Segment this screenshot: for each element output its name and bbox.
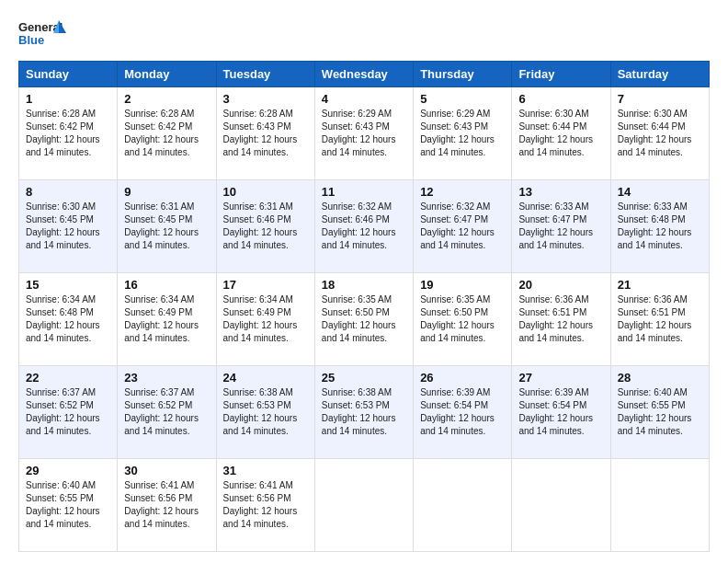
cell-info: Sunrise: 6:35 AMSunset: 6:50 PMDaylight:…	[322, 294, 396, 343]
cell-info: Sunrise: 6:30 AMSunset: 6:45 PMDaylight:…	[26, 201, 100, 250]
calendar-day-header: Thursday	[414, 62, 512, 87]
day-number: 20	[518, 278, 603, 292]
calendar-day-header: Saturday	[610, 62, 709, 87]
day-number: 21	[618, 278, 702, 292]
calendar-cell: 25 Sunrise: 6:38 AMSunset: 6:53 PMDaylig…	[314, 366, 413, 459]
day-number: 22	[26, 371, 110, 385]
calendar-cell: 12 Sunrise: 6:32 AMSunset: 6:47 PMDaylig…	[414, 180, 512, 273]
calendar-cell: 4 Sunrise: 6:29 AMSunset: 6:43 PMDayligh…	[314, 87, 413, 180]
day-number: 16	[124, 278, 209, 292]
day-number: 19	[420, 278, 505, 292]
calendar-cell: 6 Sunrise: 6:30 AMSunset: 6:44 PMDayligh…	[512, 87, 610, 180]
day-number: 12	[420, 185, 505, 199]
calendar-cell: 29 Sunrise: 6:40 AMSunset: 6:55 PMDaylig…	[19, 459, 118, 552]
calendar-cell: 5 Sunrise: 6:29 AMSunset: 6:43 PMDayligh…	[414, 87, 512, 180]
calendar-body: 1 Sunrise: 6:28 AMSunset: 6:42 PMDayligh…	[19, 87, 710, 552]
cell-info: Sunrise: 6:36 AMSunset: 6:51 PMDaylight:…	[518, 294, 593, 343]
calendar-cell	[512, 459, 610, 552]
day-number: 4	[322, 92, 406, 106]
day-number: 15	[26, 278, 110, 292]
cell-info: Sunrise: 6:38 AMSunset: 6:53 PMDaylight:…	[322, 387, 396, 436]
calendar-day-header: Sunday	[19, 62, 118, 87]
calendar-cell: 16 Sunrise: 6:34 AMSunset: 6:49 PMDaylig…	[118, 273, 216, 366]
calendar-cell: 8 Sunrise: 6:30 AMSunset: 6:45 PMDayligh…	[19, 180, 118, 273]
day-number: 14	[618, 185, 702, 199]
day-number: 5	[420, 92, 505, 106]
calendar-week-row: 29 Sunrise: 6:40 AMSunset: 6:55 PMDaylig…	[19, 459, 710, 552]
day-number: 6	[518, 92, 603, 106]
cell-info: Sunrise: 6:30 AMSunset: 6:44 PMDaylight:…	[618, 109, 692, 157]
cell-info: Sunrise: 6:29 AMSunset: 6:43 PMDaylight:…	[420, 109, 495, 157]
cell-info: Sunrise: 6:32 AMSunset: 6:46 PMDaylight:…	[322, 201, 396, 250]
cell-info: Sunrise: 6:28 AMSunset: 6:43 PMDaylight:…	[223, 109, 298, 157]
day-number: 30	[124, 464, 209, 477]
cell-info: Sunrise: 6:40 AMSunset: 6:55 PMDaylight:…	[618, 387, 692, 436]
calendar-day-header: Tuesday	[216, 62, 314, 87]
day-number: 9	[124, 185, 209, 199]
day-number: 27	[518, 371, 603, 385]
cell-info: Sunrise: 6:35 AMSunset: 6:50 PMDaylight:…	[420, 294, 495, 343]
calendar-day-header: Friday	[512, 62, 610, 87]
cell-info: Sunrise: 6:37 AMSunset: 6:52 PMDaylight:…	[26, 387, 100, 436]
day-number: 2	[124, 92, 209, 106]
day-number: 24	[223, 371, 308, 385]
day-number: 26	[420, 371, 505, 385]
calendar-cell: 14 Sunrise: 6:33 AMSunset: 6:48 PMDaylig…	[610, 180, 709, 273]
calendar-day-header: Wednesday	[314, 62, 413, 87]
day-number: 23	[124, 371, 209, 385]
calendar-cell	[314, 459, 413, 552]
cell-info: Sunrise: 6:39 AMSunset: 6:54 PMDaylight:…	[420, 387, 495, 436]
day-number: 17	[223, 278, 308, 292]
day-number: 3	[223, 92, 308, 106]
day-number: 8	[26, 185, 110, 199]
calendar-cell: 7 Sunrise: 6:30 AMSunset: 6:44 PMDayligh…	[610, 87, 709, 180]
calendar-cell: 13 Sunrise: 6:33 AMSunset: 6:47 PMDaylig…	[512, 180, 610, 273]
cell-info: Sunrise: 6:31 AMSunset: 6:45 PMDaylight:…	[124, 201, 199, 250]
day-number: 29	[26, 464, 110, 477]
calendar-cell: 24 Sunrise: 6:38 AMSunset: 6:53 PMDaylig…	[216, 366, 314, 459]
calendar-header-row: SundayMondayTuesdayWednesdayThursdayFrid…	[19, 62, 710, 87]
cell-info: Sunrise: 6:33 AMSunset: 6:48 PMDaylight:…	[618, 201, 692, 250]
calendar-cell: 30 Sunrise: 6:41 AMSunset: 6:56 PMDaylig…	[118, 459, 216, 552]
cell-info: Sunrise: 6:37 AMSunset: 6:52 PMDaylight:…	[124, 387, 199, 436]
logo-icon: General Blue	[18, 17, 66, 52]
calendar-cell: 31 Sunrise: 6:41 AMSunset: 6:56 PMDaylig…	[216, 459, 314, 552]
calendar-cell: 19 Sunrise: 6:35 AMSunset: 6:50 PMDaylig…	[414, 273, 512, 366]
cell-info: Sunrise: 6:32 AMSunset: 6:47 PMDaylight:…	[420, 201, 495, 250]
cell-info: Sunrise: 6:40 AMSunset: 6:55 PMDaylight:…	[26, 480, 100, 529]
cell-info: Sunrise: 6:34 AMSunset: 6:49 PMDaylight:…	[223, 294, 298, 343]
cell-info: Sunrise: 6:29 AMSunset: 6:43 PMDaylight:…	[322, 109, 396, 157]
day-number: 11	[322, 185, 406, 199]
calendar-cell: 18 Sunrise: 6:35 AMSunset: 6:50 PMDaylig…	[314, 273, 413, 366]
cell-info: Sunrise: 6:38 AMSunset: 6:53 PMDaylight:…	[223, 387, 298, 436]
calendar-cell	[610, 459, 709, 552]
calendar-cell: 26 Sunrise: 6:39 AMSunset: 6:54 PMDaylig…	[414, 366, 512, 459]
cell-info: Sunrise: 6:36 AMSunset: 6:51 PMDaylight:…	[618, 294, 692, 343]
calendar-week-row: 8 Sunrise: 6:30 AMSunset: 6:45 PMDayligh…	[19, 180, 710, 273]
calendar-day-header: Monday	[118, 62, 216, 87]
page: General Blue SundayMondayTuesdayWednesda…	[0, 0, 728, 563]
svg-text:Blue: Blue	[18, 33, 44, 47]
calendar-cell: 28 Sunrise: 6:40 AMSunset: 6:55 PMDaylig…	[610, 366, 709, 459]
day-number: 1	[26, 92, 110, 106]
calendar-cell: 23 Sunrise: 6:37 AMSunset: 6:52 PMDaylig…	[118, 366, 216, 459]
cell-info: Sunrise: 6:28 AMSunset: 6:42 PMDaylight:…	[124, 109, 199, 157]
calendar-cell: 2 Sunrise: 6:28 AMSunset: 6:42 PMDayligh…	[118, 87, 216, 180]
cell-info: Sunrise: 6:33 AMSunset: 6:47 PMDaylight:…	[518, 201, 593, 250]
day-number: 31	[223, 464, 308, 477]
calendar-cell: 10 Sunrise: 6:31 AMSunset: 6:46 PMDaylig…	[216, 180, 314, 273]
calendar-cell: 20 Sunrise: 6:36 AMSunset: 6:51 PMDaylig…	[512, 273, 610, 366]
cell-info: Sunrise: 6:30 AMSunset: 6:44 PMDaylight:…	[518, 109, 593, 157]
calendar-cell: 1 Sunrise: 6:28 AMSunset: 6:42 PMDayligh…	[19, 87, 118, 180]
cell-info: Sunrise: 6:28 AMSunset: 6:42 PMDaylight:…	[26, 109, 100, 157]
logo: General Blue	[18, 17, 66, 52]
calendar-week-row: 22 Sunrise: 6:37 AMSunset: 6:52 PMDaylig…	[19, 366, 710, 459]
calendar-table: SundayMondayTuesdayWednesdayThursdayFrid…	[18, 61, 710, 552]
calendar-cell: 9 Sunrise: 6:31 AMSunset: 6:45 PMDayligh…	[118, 180, 216, 273]
calendar-cell: 17 Sunrise: 6:34 AMSunset: 6:49 PMDaylig…	[216, 273, 314, 366]
calendar-week-row: 15 Sunrise: 6:34 AMSunset: 6:48 PMDaylig…	[19, 273, 710, 366]
calendar-cell: 22 Sunrise: 6:37 AMSunset: 6:52 PMDaylig…	[19, 366, 118, 459]
day-number: 18	[322, 278, 406, 292]
calendar-cell	[414, 459, 512, 552]
cell-info: Sunrise: 6:41 AMSunset: 6:56 PMDaylight:…	[124, 480, 199, 529]
